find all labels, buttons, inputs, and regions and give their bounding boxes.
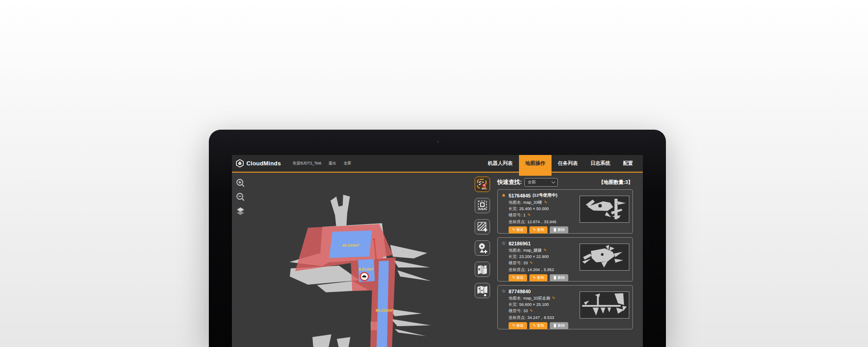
map-id: 82186961 xyxy=(509,241,531,246)
trash-icon xyxy=(553,324,557,328)
map-canvas[interactable]: 40.519m² 8.614m² 80.215m² xyxy=(232,174,478,347)
map-zoom-tools xyxy=(235,178,246,216)
map-marker-sign[interactable] xyxy=(360,272,368,281)
area-label-room: 40.519m² xyxy=(342,243,360,248)
pointcloud-antenna xyxy=(330,195,350,228)
brand-name: CloudMinds xyxy=(246,160,281,167)
map-floor: 33 xyxy=(524,309,528,313)
map-card[interactable]: ☆ 82186961 地图名:map_腿腿✎ 长宽:23.200 × 22.90… xyxy=(497,237,633,281)
chevron-down-icon xyxy=(552,179,555,183)
field-label: 长宽: xyxy=(509,254,518,259)
welcome-text: 欢迎BJDT2_Test xyxy=(292,161,321,166)
edit-pencil-icon[interactable]: ✎ xyxy=(544,200,547,205)
zoom-out-icon[interactable] xyxy=(235,192,246,202)
edit-pencil-icon[interactable]: ✎ xyxy=(552,296,556,300)
map-thumbnail xyxy=(580,291,629,319)
main-content: 40.519m² 8.614m² 80.215m² xyxy=(232,174,643,347)
pencil-icon: ✎ xyxy=(512,228,515,232)
delete-map-button[interactable]: 删除 xyxy=(550,322,568,329)
add-point-icon[interactable] xyxy=(475,240,490,256)
pencil-icon: ✎ xyxy=(533,324,536,328)
map-size: 56.600 × 25.100 xyxy=(519,302,549,307)
edit-pencil-icon[interactable]: ✎ xyxy=(543,248,547,253)
map-card[interactable]: ★ 51764845 (12号使用中) 地图名:map_33楼✎ 长宽:25.4… xyxy=(497,189,633,234)
map-size: 25.400 × 50.000 xyxy=(519,206,549,211)
field-label: 地图名: xyxy=(509,248,522,253)
copy-map-button[interactable]: ✎复制 xyxy=(529,274,548,281)
star-icon[interactable]: ☆ xyxy=(501,240,509,246)
tab-robot-list[interactable]: 机器人列表 xyxy=(481,155,519,172)
map-floor: 33 xyxy=(524,261,528,265)
tab-config[interactable]: 配置 xyxy=(617,155,639,172)
logout-link[interactable]: 退出 xyxy=(329,161,336,166)
filter-select[interactable]: 全部 xyxy=(524,178,558,187)
pencil-icon: ✎ xyxy=(512,324,515,328)
copy-map-button[interactable]: ✎复制 xyxy=(529,226,548,234)
field-label: 地图名: xyxy=(509,200,522,205)
field-label: 坐标原点: xyxy=(509,315,526,320)
map-name: map_腿腿 xyxy=(524,248,542,253)
tab-log-system[interactable]: 日志系统 xyxy=(584,155,617,172)
map-thumbnail xyxy=(580,244,629,271)
tab-task-list[interactable]: 任务列表 xyxy=(552,155,584,172)
layers-icon[interactable] xyxy=(235,206,246,216)
top-navbar: CloudMinds 欢迎BJDT2_Test 退出 全屏 机器人列表 地图操作… xyxy=(232,155,643,173)
nav-tabs: 机器人列表 地图操作 任务列表 日志系统 配置 xyxy=(481,155,639,172)
delete-map-button[interactable]: 删除 xyxy=(550,226,568,234)
field-label: 楼层号: xyxy=(509,213,522,217)
star-icon[interactable]: ☆ xyxy=(501,288,509,294)
map-origin: 14.204，5.952 xyxy=(528,267,554,272)
map-status: (12号使用中) xyxy=(533,192,557,198)
upload-map-icon[interactable] xyxy=(475,283,490,298)
quick-search-label: 快速查找: xyxy=(497,178,522,186)
trash-icon xyxy=(553,228,557,232)
fullscreen-link[interactable]: 全屏 xyxy=(344,161,351,166)
map-origin: 12.874，33.946 xyxy=(528,220,557,224)
map-card[interactable]: ☆ 87749840 地图名:map_33层走廊✎ 长宽:56.600 × 25… xyxy=(497,285,633,329)
edit-map-button[interactable]: ✎修改 xyxy=(509,322,527,329)
map-count-text: 【地图数量:3】 xyxy=(599,179,633,186)
task-point-list-icon[interactable] xyxy=(475,177,490,192)
field-label: 楼层号: xyxy=(509,261,522,265)
zoom-in-icon[interactable] xyxy=(235,178,246,188)
map-origin: 34.247，8.533 xyxy=(528,315,554,320)
map-name: map_33层走廊 xyxy=(524,296,551,300)
filter-value: 全部 xyxy=(528,179,552,185)
edit-pencil-icon[interactable]: ✎ xyxy=(530,261,533,265)
laptop-frame: CloudMinds 欢迎BJDT2_Test 退出 全屏 机器人列表 地图操作… xyxy=(209,130,666,347)
edit-pencil-icon[interactable]: ✎ xyxy=(528,213,531,217)
field-label: 长宽: xyxy=(509,302,518,307)
pencil-icon: ✎ xyxy=(512,276,515,280)
brand-logo: CloudMinds xyxy=(236,159,281,168)
field-label: 楼层号: xyxy=(509,309,522,313)
area-label-small: 8.614m² xyxy=(359,267,374,272)
trash-icon xyxy=(553,276,557,280)
area-label-corridor: 80.215m² xyxy=(376,308,393,313)
map-floor: 1 xyxy=(524,213,526,217)
field-label: 坐标原点: xyxy=(509,267,526,272)
cloudminds-logo-icon xyxy=(236,159,244,168)
map-name: map_33楼 xyxy=(524,200,542,205)
tab-map-operation[interactable]: 地图操作 xyxy=(519,155,552,176)
add-region-icon[interactable] xyxy=(475,219,490,234)
area-select-icon[interactable] xyxy=(475,198,490,213)
map-thumbnail xyxy=(580,196,629,223)
copy-map-button[interactable]: ✎复制 xyxy=(529,322,548,329)
edit-map-button[interactable]: ✎修改 xyxy=(509,226,527,234)
map-tool-column xyxy=(475,177,490,298)
edit-map-button[interactable]: ✎修改 xyxy=(509,274,527,281)
app-screen: CloudMinds 欢迎BJDT2_Test 退出 全屏 机器人列表 地图操作… xyxy=(232,155,643,347)
delete-map-button[interactable]: 删除 xyxy=(550,274,568,281)
star-icon[interactable]: ★ xyxy=(501,192,509,198)
map-size: 23.200 × 22.900 xyxy=(519,254,549,259)
edit-pencil-icon[interactable]: ✎ xyxy=(530,309,533,313)
pencil-icon: ✎ xyxy=(533,228,536,232)
map-id: 87749840 xyxy=(509,289,531,294)
webcam-dot xyxy=(437,141,439,143)
field-label: 地图名: xyxy=(509,296,522,300)
panel-header: 快速查找: 全部 【地图数量:3】 xyxy=(497,178,633,187)
pencil-icon: ✎ xyxy=(533,276,536,280)
field-label: 坐标原点: xyxy=(509,220,526,224)
map-marker-icon[interactable] xyxy=(475,262,490,277)
map-id: 51764845 xyxy=(509,193,531,198)
